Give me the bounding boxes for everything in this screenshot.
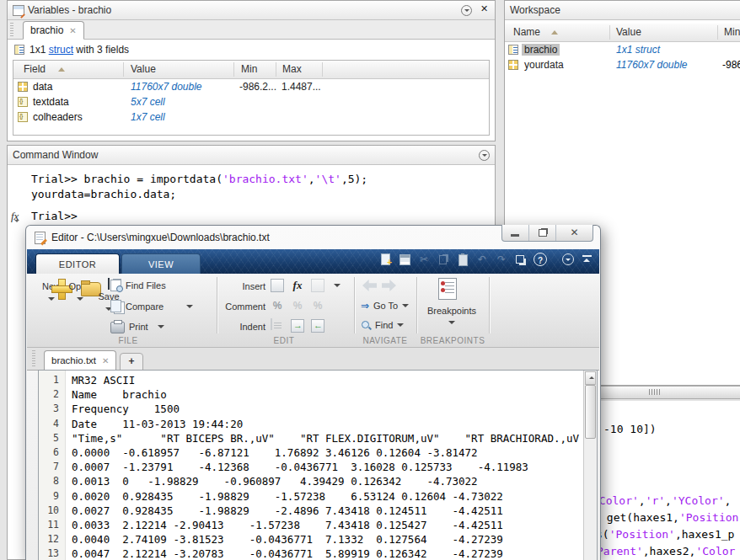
smart-indent-icon[interactable] — [271, 318, 272, 330]
column-field[interactable]: Field — [24, 63, 46, 75]
new-script-icon[interactable] — [378, 253, 392, 266]
print-label: Print — [129, 322, 148, 332]
new-button[interactable]: New — [36, 279, 67, 301]
dropdown-icon[interactable] — [77, 297, 83, 301]
help-icon[interactable] — [534, 253, 547, 266]
panel-actions-icon[interactable] — [479, 150, 490, 161]
struct-link[interactable]: struct — [49, 44, 73, 56]
uncomment-icon[interactable] — [291, 299, 304, 312]
collapse-ribbon-icon[interactable] — [582, 254, 593, 264]
variables-tab-brachio[interactable]: brachio ✕ — [23, 21, 84, 40]
table-row[interactable]: colheaders1x7 cell — [13, 109, 489, 125]
copy-icon[interactable] — [437, 253, 450, 266]
line-number: 12 — [39, 532, 65, 547]
code-line[interactable]: 0.0000 -0.618957 -6.87121 1.76892 3.4612… — [72, 445, 597, 460]
code-line[interactable]: Name brachio — [72, 387, 597, 402]
code-line[interactable]: 0.0013 0 -1.98829 -0.960897 4.39429 0.12… — [72, 474, 597, 488]
column-max[interactable]: Max — [282, 63, 302, 75]
code-line[interactable]: MR32 ASCII — [72, 373, 597, 387]
close-tab-icon[interactable]: ✕ — [69, 26, 76, 35]
splitter-grip-icon[interactable] — [649, 389, 661, 395]
column-value[interactable]: Value — [131, 63, 156, 75]
variables-tab-label: brachio — [30, 24, 63, 36]
close-panel-icon[interactable] — [480, 6, 490, 15]
column-min[interactable]: Min — [724, 26, 740, 38]
insert-fx-icon[interactable]: fx — [291, 279, 304, 292]
panel-actions-icon[interactable] — [461, 5, 472, 16]
indent-right-icon[interactable] — [291, 319, 304, 333]
vertical-scrollbar[interactable] — [583, 371, 597, 560]
paste-icon[interactable] — [456, 253, 469, 266]
forward-icon[interactable] — [382, 280, 396, 291]
background-code-line: XColor','r','YColor', — [593, 494, 731, 508]
code-line[interactable]: 0.0020 0.928435 -1.98829 -1.57238 6.5312… — [72, 489, 597, 504]
scrollbar-thumb[interactable] — [585, 385, 596, 439]
find-files-button[interactable]: Find Files — [110, 280, 166, 291]
toolstrip-menu-icon[interactable] — [562, 253, 574, 265]
table-row[interactable]: yourdata11760x7 double-986.2... — [505, 57, 740, 72]
cut-icon[interactable] — [417, 253, 431, 266]
undo-icon[interactable] — [475, 253, 489, 266]
compare-button[interactable]: Compare — [110, 300, 193, 312]
tab-view[interactable]: VIEW — [121, 253, 201, 274]
comment-icon[interactable] — [271, 299, 284, 312]
code-line[interactable]: 0.0040 2.74109 -3.81523 -0.0436771 7.133… — [72, 532, 597, 547]
open-button[interactable]: Open — [65, 279, 95, 301]
print-button[interactable]: Print — [110, 320, 164, 333]
close-window-button[interactable] — [555, 225, 593, 241]
switch-windows-icon[interactable] — [514, 253, 528, 266]
dropdown-icon[interactable] — [402, 304, 409, 307]
code-line[interactable]: "Time,s" "RT BICEPS BR.,uV" "RT FLEX.DIG… — [72, 431, 597, 445]
line-number: 11 — [39, 518, 65, 532]
edit-section-label: EDIT — [250, 336, 318, 345]
struct-icon — [508, 45, 518, 55]
indent-left-icon[interactable] — [311, 319, 324, 333]
cell-icon — [18, 112, 28, 122]
scroll-up-icon[interactable] — [585, 371, 596, 385]
dropdown-icon[interactable] — [186, 305, 193, 308]
column-name[interactable]: Name — [513, 26, 540, 38]
navigate-section-label: NAVIGATE — [356, 336, 415, 345]
table-row[interactable]: textdata5x7 cell — [13, 94, 489, 109]
save-icon[interactable] — [398, 253, 411, 266]
breakpoints-label[interactable]: Breakpoints — [420, 306, 484, 316]
line-number: 4 — [39, 417, 65, 431]
column-min[interactable]: Min — [241, 63, 257, 75]
new-tab-button[interactable] — [120, 353, 143, 371]
tab-editor[interactable]: EDITOR — [35, 253, 120, 274]
insert-section-icon[interactable] — [271, 279, 284, 292]
insert-function-icon[interactable] — [311, 279, 324, 292]
drag-grip-icon[interactable] — [32, 350, 35, 367]
back-icon[interactable] — [362, 280, 377, 291]
code-line[interactable]: 0.0047 2.12214 -3.20783 -0.0436771 5.899… — [72, 547, 597, 560]
minimize-button[interactable] — [502, 225, 528, 241]
close-tab-icon[interactable]: ✕ — [102, 356, 109, 365]
table-row[interactable]: brachio1x1 struct — [505, 42, 740, 57]
code-line[interactable]: 0.0027 0.928435 -1.98829 -2.4896 7.43418… — [72, 504, 597, 518]
dropdown-icon[interactable] — [158, 325, 164, 328]
wrap-comments-icon[interactable] — [311, 299, 324, 312]
code-pane[interactable]: MR32 ASCIIName brachioFrequency 1500Date… — [66, 371, 597, 560]
column-value[interactable]: Value — [616, 26, 641, 38]
breakpoints-icon[interactable] — [438, 278, 457, 300]
editor-window-title: Editor - C:\Users\mingxue\Downloads\brac… — [51, 232, 270, 243]
code-line[interactable]: 0.0033 2.12214 -2.90413 -1.57238 7.43418… — [72, 518, 597, 532]
variables-panel: Variables - brachio brachio ✕ 1x1 struct… — [7, 0, 496, 141]
restore-button[interactable] — [528, 225, 555, 241]
code-line[interactable]: Frequency 1500 — [72, 402, 597, 416]
dropdown-icon[interactable] — [448, 321, 455, 324]
dropdown-icon[interactable] — [334, 284, 341, 287]
document-tab-brachio-txt[interactable]: brachio.txt ✕ — [44, 350, 116, 371]
dropdown-icon[interactable] — [48, 297, 55, 301]
variables-table: Field Value Min Max data11760x7 double-9… — [13, 60, 490, 136]
dropdown-icon[interactable] — [397, 323, 404, 327]
find-button[interactable]: Find — [361, 320, 404, 330]
table-row[interactable]: data11760x7 double-986.2...1.4487... — [13, 79, 489, 94]
code-line[interactable]: Date 11-03-2013 19:44:20 — [72, 417, 597, 431]
code-line[interactable]: 0.0007 -1.23791 -4.12368 -0.0436771 3.16… — [72, 460, 597, 474]
goto-button[interactable]: Go To — [361, 300, 409, 312]
editor-titlebar[interactable]: Editor - C:\Users\mingxue\Downloads\brac… — [26, 226, 600, 249]
redo-icon[interactable] — [495, 253, 508, 266]
drag-grip-icon[interactable] — [10, 23, 13, 36]
command-window-body[interactable]: Trial>> brachio = importdata('brachio.tx… — [8, 165, 495, 224]
